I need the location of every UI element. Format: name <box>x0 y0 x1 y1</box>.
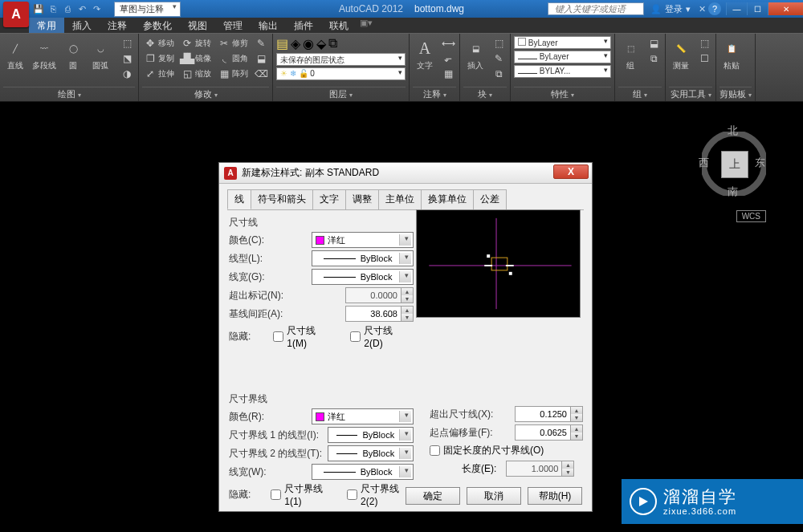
group-edit-button[interactable]: ⧉ <box>646 51 662 66</box>
close-button[interactable]: ✕ <box>768 2 803 15</box>
login-area[interactable]: 👤 登录 ▾ <box>650 3 691 15</box>
rotate-button[interactable]: ⟳旋转 <box>179 36 213 51</box>
extline-beyond-spinner[interactable]: ▲▼ <box>515 406 583 422</box>
group-label-layer[interactable]: 图层 <box>276 87 406 101</box>
draw-misc-3[interactable]: ◑ <box>119 67 135 81</box>
ungroup-button[interactable]: ⬓ <box>646 36 662 51</box>
tab-annotate[interactable]: 注释 <box>100 18 135 33</box>
insert-block-button[interactable]: ⬓插入 <box>463 36 487 73</box>
dialog-titlebar[interactable]: A 新建标注样式: 副本 STANDARD X <box>219 163 592 184</box>
dim-linear-button[interactable]: ⟷ <box>440 36 456 51</box>
qat-saveas-icon[interactable]: ⎘ <box>47 2 59 15</box>
scale-button[interactable]: ◱缩放 <box>179 67 213 81</box>
block-misc-3[interactable]: ⧉ <box>491 67 507 81</box>
trim-button[interactable]: ✂修剪 <box>216 36 250 51</box>
copy-button[interactable]: ❐复制 <box>142 51 176 66</box>
draw-misc-2[interactable]: ⬔ <box>119 51 135 66</box>
extline-lt2-combo[interactable]: ByBlock <box>328 445 414 461</box>
dimline-hide2-checkbox[interactable]: 尺寸线 2(D) <box>350 324 414 349</box>
group-label-group[interactable]: 组 <box>618 87 662 101</box>
dimline-hide1-checkbox[interactable]: 尺寸线 1(M) <box>273 324 337 349</box>
table-button[interactable]: ▦ <box>440 67 456 81</box>
tab-insert[interactable]: 插入 <box>64 18 100 33</box>
layer-icon-4[interactable]: ⬙ <box>316 36 326 51</box>
extline-lt1-combo[interactable]: ByBlock <box>328 427 414 443</box>
fillet-button[interactable]: ◟圆角 <box>216 51 250 66</box>
tab-manage[interactable]: 管理 <box>215 18 251 33</box>
dimline-lineweight-combo[interactable]: ByBlock <box>312 269 414 285</box>
layer-icon-3[interactable]: ◉ <box>303 36 314 51</box>
help-button[interactable]: 帮助(H) <box>528 487 582 505</box>
dimline-color-combo[interactable]: 洋红 <box>312 232 414 248</box>
modify-misc-2[interactable]: ⬓ <box>253 51 269 66</box>
viewcube-west[interactable]: 西 <box>699 156 709 170</box>
viewcube[interactable]: 北 南 西 东 上 <box>689 119 777 223</box>
group-label-annotation[interactable]: 注释 <box>413 87 456 101</box>
qat-redo-icon[interactable]: ↷ <box>90 2 103 15</box>
viewcube-north[interactable]: 北 <box>728 124 738 138</box>
arc-button[interactable]: ◡圆弧 <box>88 36 112 73</box>
group-button[interactable]: ⬚组 <box>618 36 642 73</box>
layer-current-dropdown[interactable]: ☀ ❄ 🔓 0 <box>276 67 406 80</box>
layer-icon-5[interactable]: ⧉ <box>328 36 337 51</box>
array-button[interactable]: ▦阵列 <box>216 67 250 81</box>
group-label-block[interactable]: 块 <box>463 87 507 101</box>
circle-button[interactable]: ◯圆 <box>61 36 85 73</box>
extline-hide2-checkbox[interactable]: 尺寸界线 2(2) <box>347 482 414 507</box>
extline-hide1-checkbox[interactable]: 尺寸界线 1(1) <box>271 482 337 507</box>
exchange-icon[interactable]: ✕ <box>695 2 708 15</box>
dialog-close-button[interactable]: X <box>553 164 589 179</box>
lineweight-dropdown[interactable]: ByLayer <box>514 51 611 63</box>
tab-lines[interactable]: 线 <box>227 189 251 209</box>
line-button[interactable]: ╱直线 <box>3 36 27 73</box>
polyline-button[interactable]: 〰多段线 <box>31 36 58 73</box>
tab-alt-units[interactable]: 换算单位 <box>421 189 474 209</box>
qat-save-icon[interactable]: 💾 <box>32 2 45 15</box>
tab-symbols[interactable]: 符号和箭头 <box>251 189 313 209</box>
mirror-button[interactable]: ▟▙镜像 <box>179 51 213 66</box>
layer-state-dropdown[interactable]: 未保存的图层状态 <box>276 53 406 66</box>
tab-primary-units[interactable]: 主单位 <box>378 189 422 209</box>
tab-output[interactable]: 输出 <box>251 18 286 33</box>
extline-fixed-checkbox[interactable]: 固定长度的尺寸界线(O) <box>430 444 583 457</box>
extline-color-combo[interactable]: 洋红 <box>312 408 414 424</box>
util-misc-2[interactable]: ☐ <box>696 51 712 66</box>
extline-offset-spinner[interactable]: ▲▼ <box>515 424 583 441</box>
qat-print-icon[interactable]: ⎙ <box>61 2 74 15</box>
dimline-extend-spinner[interactable]: ▲▼ <box>345 287 414 303</box>
group-label-utilities[interactable]: 实用工具 <box>669 87 712 101</box>
extline-lineweight-combo[interactable]: ByBlock <box>312 464 414 480</box>
help-search-input[interactable] <box>548 2 644 15</box>
tab-fit[interactable]: 调整 <box>345 189 379 209</box>
group-label-draw[interactable]: 绘图 <box>3 87 135 101</box>
dimline-linetype-combo[interactable]: ByBlock <box>312 250 414 266</box>
text-button[interactable]: A文字 <box>413 36 437 73</box>
ok-button[interactable]: 确定 <box>406 487 460 505</box>
block-misc-2[interactable]: ✎ <box>491 51 507 66</box>
qat-undo-icon[interactable]: ↶ <box>75 2 88 15</box>
app-logo[interactable]: A <box>3 2 29 27</box>
modify-misc-1[interactable]: ✎ <box>253 36 269 51</box>
help-icon[interactable]: ? <box>708 2 721 15</box>
tab-tolerances[interactable]: 公差 <box>473 189 507 209</box>
group-label-clipboard[interactable]: 剪贴板 <box>719 87 752 101</box>
stretch-button[interactable]: ⤢拉伸 <box>142 67 176 81</box>
group-label-modify[interactable]: 修改 <box>142 87 269 101</box>
tab-expand-icon[interactable]: ▣▾ <box>360 18 373 33</box>
move-button[interactable]: ✥移动 <box>142 36 176 51</box>
group-label-properties[interactable]: 特性 <box>514 87 611 101</box>
leader-button[interactable]: ⬐ <box>440 51 456 66</box>
viewcube-south[interactable]: 南 <box>728 185 738 199</box>
layer-icon-2[interactable]: ◈ <box>291 36 300 51</box>
viewcube-east[interactable]: 东 <box>755 156 765 170</box>
tab-text[interactable]: 文字 <box>312 189 346 209</box>
viewcube-top-face[interactable]: 上 <box>721 151 748 178</box>
tab-online[interactable]: 联机 <box>321 18 357 33</box>
minimize-button[interactable]: — <box>726 2 747 15</box>
draw-misc-1[interactable]: ⬚ <box>119 36 135 51</box>
paste-button[interactable]: 📋粘贴 <box>719 36 744 73</box>
measure-button[interactable]: 📏测量 <box>669 36 693 73</box>
wcs-indicator[interactable]: WCS <box>736 210 766 222</box>
dimline-spacing-spinner[interactable]: ▲▼ <box>345 306 414 322</box>
tab-plugins[interactable]: 插件 <box>286 18 321 33</box>
